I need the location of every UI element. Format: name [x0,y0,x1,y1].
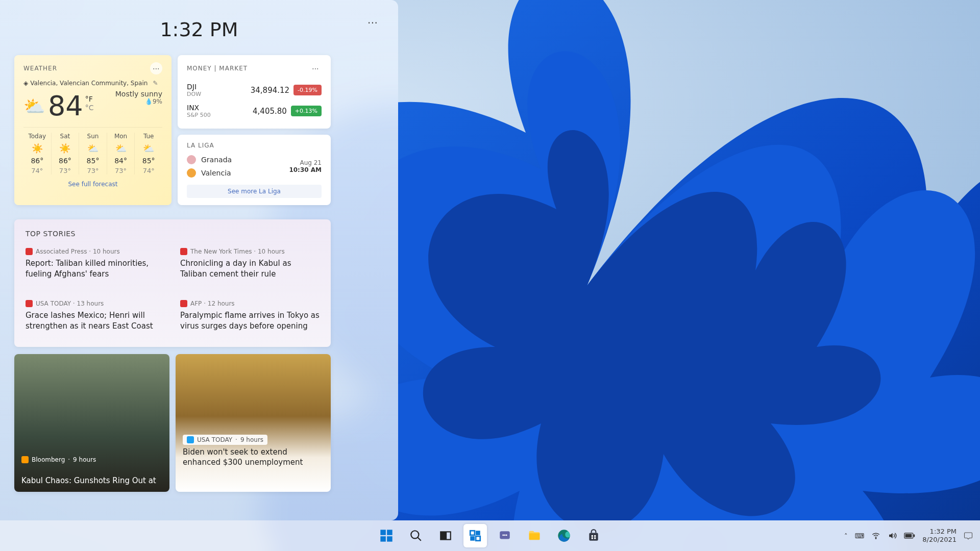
svg-rect-17 [529,533,540,540]
svg-point-16 [506,535,507,536]
news-headline-1: Kabul Chaos: Gunshots Ring Out at [21,475,162,486]
taskbar-center [375,524,605,547]
taskbar-widgets-button[interactable] [463,524,487,547]
story-headline: Chronicling a day in Kabul as Taliban ce… [180,258,320,280]
team-Granada: Granada [187,155,232,164]
team-badge-icon [187,168,196,178]
svg-rect-22 [592,537,593,539]
svg-rect-11 [470,536,475,541]
widgets-header: 1:32 PM ⋯ [14,12,384,41]
taskbar-search-button[interactable] [404,524,428,547]
weather-location[interactable]: ◈ Valencia, Valencian Community, Spain ✎ [23,80,162,87]
svg-rect-7 [440,532,445,539]
top-stories-title: TOP STORIES [26,230,320,238]
forecast-day-2[interactable]: Sun ⛅ 85° 73° [79,133,107,174]
weather-now-icon: ⛅ [23,96,45,116]
money-more-button[interactable]: ⋯ [309,62,322,74]
svg-rect-4 [387,536,393,542]
source-icon [180,248,187,255]
wifi-icon[interactable] [871,531,880,540]
weather-icon: ⛅ [79,143,107,154]
source-icon [180,300,187,307]
weather-icon: ⛅ [135,143,162,154]
svg-rect-21 [594,535,596,537]
source-icon [26,248,33,255]
match-time: Aug 21 10:30 AM [289,159,322,173]
svg-rect-20 [592,535,593,537]
forecast-row: Today ☀️ 86° 74° Sat ☀️ 86° 73° Sun ⛅ 85… [23,127,162,174]
widgets-settings-button[interactable]: ⋯ [368,16,378,29]
taskbar: ˄ ⌨ 1:32 PM8/20/2021 [0,520,980,551]
story-1[interactable]: The New York Times · 10 hours Chroniclin… [180,248,320,280]
unit-f[interactable]: °F [85,95,94,104]
story-2[interactable]: USA TODAY · 13 hours Grace lashes Mexico… [26,300,165,332]
bloomberg-icon [21,456,29,463]
money-title: MONEY | MARKET [187,65,248,72]
laliga-card[interactable]: LA LIGA Granada Valencia Aug 21 10:30 AM… [178,135,331,205]
weather-icon: ⛅ [107,143,135,154]
svg-rect-2 [387,530,393,535]
forecast-day-4[interactable]: Tue ⛅ 85° 74° [135,133,162,174]
usatoday-icon [187,436,194,443]
svg-rect-9 [470,531,475,535]
volume-icon[interactable] [888,531,897,540]
weather-temp: 84 °F °C [48,90,94,122]
forecast-day-0[interactable]: Today ☀️ 86° 74° [23,133,52,174]
top-stories-card[interactable]: TOP STORIES Associated Press · 10 hours … [14,219,331,347]
svg-point-5 [411,531,419,538]
team-badge-icon [187,155,196,164]
svg-line-6 [418,537,421,541]
battery-icon[interactable] [904,532,915,539]
svg-rect-1 [380,530,386,535]
money-card[interactable]: MONEY | MARKET ⋯ DJIDOW 34,894.12 -0.19%… [178,55,331,129]
news-card-2[interactable]: USA TODAY · 9 hours Biden won't seek to … [176,354,331,492]
team-Valencia: Valencia [187,168,232,178]
taskbar-task-view-button[interactable] [434,524,457,547]
taskbar-file-explorer-button[interactable] [523,524,546,547]
svg-rect-8 [446,532,451,539]
svg-rect-27 [914,534,915,537]
keyboard-icon[interactable]: ⌨ [855,532,865,540]
weather-title: WEATHER [23,65,57,72]
weather-card[interactable]: WEATHER ⋯ ◈ Valencia, Valencian Communit… [14,55,172,205]
notifications-icon[interactable] [964,531,973,540]
weather-condition: Mostly sunny [115,90,162,98]
story-headline: Grace lashes Mexico; Henri will strength… [26,310,165,332]
story-3[interactable]: AFP · 12 hours Paralympic flame arrives … [180,300,320,332]
laliga-title: LA LIGA [187,142,322,149]
forecast-day-3[interactable]: Mon ⛅ 84° 73° [107,133,135,174]
weather-icon: ☀️ [23,143,51,154]
svg-rect-3 [380,536,386,542]
tray-clock[interactable]: 1:32 PM8/20/2021 [922,528,957,544]
location-icon: ◈ [23,80,28,87]
unit-c[interactable]: °C [85,104,94,112]
edit-location-icon[interactable]: ✎ [153,80,158,87]
story-0[interactable]: Associated Press · 10 hours Report: Tali… [26,248,165,280]
svg-rect-23 [594,537,596,539]
stock-row-INX[interactable]: INXS&P 500 4,405.80 +0.13% [187,101,322,121]
tray-overflow-button[interactable]: ˄ [844,532,848,540]
svg-rect-19 [589,533,598,541]
taskbar-chat-button[interactable] [493,524,517,547]
weather-more-button[interactable]: ⋯ [150,62,162,74]
taskbar-store-button[interactable] [582,524,605,547]
news-card-1[interactable]: Bloomberg · 9 hours Kabul Chaos: Gunshot… [14,354,169,492]
laliga-more-link[interactable]: See more La Liga [187,185,322,198]
weather-icon: ☀️ [52,143,79,154]
forecast-day-1[interactable]: Sat ☀️ 86° 73° [52,133,80,174]
svg-rect-12 [476,536,480,541]
taskbar-start-button[interactable] [375,524,398,547]
svg-point-15 [504,535,506,536]
source-icon [26,300,33,307]
system-tray: ˄ ⌨ 1:32 PM8/20/2021 [844,528,973,544]
svg-rect-26 [905,534,912,538]
weather-humidity: 💧9% [115,98,162,105]
news-headline-2: Biden won't seek to extend enhanced $300… [183,447,324,468]
widgets-panel: 1:32 PM ⋯ WEATHER ⋯ ◈ Valencia, Valencia… [0,0,398,520]
taskbar-edge-button[interactable] [552,524,576,547]
svg-rect-10 [476,531,480,535]
story-headline: Paralympic flame arrives in Tokyo as vir… [180,310,320,332]
stock-row-DJI[interactable]: DJIDOW 34,894.12 -0.19% [187,80,322,101]
widgets-clock: 1:32 PM [160,18,238,41]
weather-full-forecast-link[interactable]: See full forecast [23,181,162,188]
